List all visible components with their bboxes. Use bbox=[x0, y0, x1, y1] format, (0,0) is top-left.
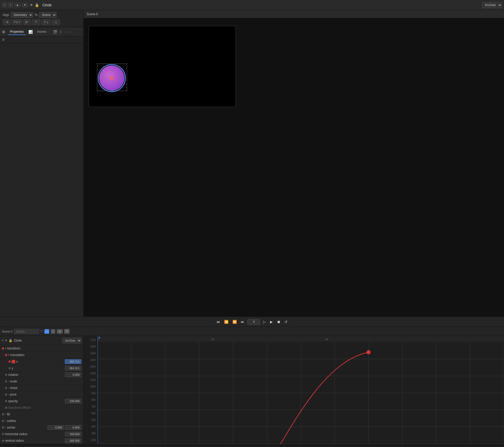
blend-mode-bottom-select[interactable]: SrcOver bbox=[62, 338, 81, 343]
loop-button[interactable]: ↺ bbox=[283, 319, 289, 325]
prop-label-scale: scale bbox=[10, 380, 81, 383]
align-to-select[interactable]: Scene bbox=[39, 12, 57, 18]
y-label-200: 200 bbox=[86, 439, 96, 441]
prop-dot-scale bbox=[5, 380, 7, 382]
prop-label-fill: fill bbox=[7, 413, 81, 416]
align-center-h-button[interactable]: ⊢|⊣ bbox=[12, 19, 22, 25]
goto-start-button[interactable]: ⏮ bbox=[215, 319, 221, 325]
chevron-center[interactable]: › bbox=[5, 426, 6, 429]
search-input[interactable] bbox=[14, 329, 39, 334]
layer-header-row: ▾ 👁 🔒 Circle SrcOver bbox=[0, 336, 83, 345]
nav-fwd-button[interactable]: › bbox=[8, 2, 13, 8]
movie-icon: 🎬 bbox=[53, 30, 57, 34]
play-button[interactable]: ▶ bbox=[269, 319, 274, 325]
tab-properties[interactable]: Properties bbox=[8, 29, 26, 35]
prop-value-center-y[interactable]: 0.000 bbox=[65, 425, 81, 430]
chevron-outline[interactable]: › bbox=[5, 419, 6, 422]
prop-value-center-x[interactable]: 0.000 bbox=[47, 425, 64, 430]
chevron-scale[interactable]: › bbox=[8, 380, 9, 383]
prop-value-vradius[interactable]: 169.505 bbox=[65, 438, 81, 443]
chart-icon: 📊 bbox=[28, 30, 33, 34]
prop-fill: › fill bbox=[0, 411, 83, 418]
prop-label-opacity: opacity bbox=[8, 399, 65, 403]
properties-panel: ▾ 👁 🔒 Circle SrcOver ▾ transform ▾ trans… bbox=[0, 336, 84, 444]
y-axis: 1700 1600 1500 1400 1300 1200 1100 1000 … bbox=[84, 336, 98, 444]
prop-value-hradius[interactable]: 169.505 bbox=[65, 432, 81, 436]
nav-up-button[interactable]: ▲ bbox=[14, 3, 21, 7]
viewport-area: Scene 0 bbox=[84, 10, 504, 316]
align-right-button[interactable]: |⊢ bbox=[23, 19, 31, 25]
prop-dot-fill bbox=[2, 413, 4, 415]
timeline-scrollbar[interactable] bbox=[0, 444, 504, 447]
prop-label-hradius: horizontal radius bbox=[5, 432, 65, 436]
prop-dot-hradius bbox=[2, 433, 4, 435]
prop-dot-teffects bbox=[5, 407, 7, 409]
y-label-400: 400 bbox=[86, 425, 96, 428]
prop-value-rotation[interactable]: 0.000 bbox=[65, 372, 81, 377]
close-timeline-button[interactable]: ✕ bbox=[64, 329, 69, 334]
nav-down-button[interactable]: ▼ bbox=[22, 3, 28, 7]
align-bottom-button[interactable]: ⊥ bbox=[52, 19, 60, 25]
prop-value-y[interactable]: 864.311 bbox=[65, 366, 81, 370]
stop-button[interactable]: ⏹ bbox=[276, 319, 281, 325]
align-left-button[interactable]: ⊣| bbox=[3, 19, 11, 25]
y-label-1000: 1000 bbox=[86, 385, 96, 388]
chevron-transform[interactable]: ▾ bbox=[5, 347, 6, 350]
y-label-1600: 1600 bbox=[86, 345, 96, 348]
main-content: Align Geometry To Scene ⊣| ⊢|⊣ |⊢ ⊤ ⊤⊥ ⊥… bbox=[0, 10, 504, 316]
align-geometry-select[interactable]: Geometry bbox=[11, 12, 33, 18]
prop-dot-outline bbox=[2, 420, 4, 422]
top-bar: ‹ › ▲ ▼ 👁 🔒 Circle SrcOver SrcIn SrcOut … bbox=[0, 0, 504, 10]
prop-dot-rotation bbox=[5, 374, 7, 376]
y-label-900: 900 bbox=[86, 392, 96, 395]
chevron-translation[interactable]: ▾ bbox=[8, 353, 9, 356]
prop-dot-shear bbox=[5, 387, 7, 389]
prop-label-translation: translation bbox=[10, 353, 81, 357]
gear-icon: ⚙ bbox=[2, 30, 5, 34]
x-ruler: ▼ 0 20 40 bbox=[98, 336, 504, 342]
prop-v-radius: vertical radius 169.505 bbox=[0, 437, 83, 444]
prop-center: › center 0.000 0.000 bbox=[0, 424, 83, 431]
next-frame-button[interactable]: ⏩ bbox=[231, 319, 238, 325]
prop-dot-opacity bbox=[5, 400, 7, 402]
scene-row: Scene 0 ▽ ~ = ⏸ ✕ bbox=[0, 327, 504, 336]
prop-h-radius: horizontal radius 169.505 bbox=[0, 431, 83, 437]
prop-label-shear: shear bbox=[10, 386, 81, 390]
y-label-700: 700 bbox=[86, 405, 96, 408]
prop-label-transform: transform bbox=[7, 347, 81, 350]
left-panel: Align Geometry To Scene ⊣| ⊢|⊣ |⊢ ⊤ ⊤⊥ ⊥… bbox=[0, 10, 84, 316]
equals-button[interactable]: = bbox=[51, 329, 55, 334]
prev-frame-button[interactable]: ⏪ bbox=[223, 319, 229, 325]
prop-dot-translation bbox=[5, 354, 7, 356]
playhead-line bbox=[98, 336, 98, 444]
canvas-area bbox=[84, 18, 504, 316]
prop-y: y 864.311 bbox=[0, 365, 83, 371]
goto-end-button[interactable]: ⏭ bbox=[240, 319, 245, 325]
prop-value-x[interactable]: 265.711 bbox=[65, 359, 81, 364]
tab-assets[interactable]: Assets bbox=[35, 29, 48, 35]
chevron-shear[interactable]: › bbox=[8, 386, 9, 389]
blend-mode-select[interactable]: SrcOver SrcIn SrcOut DstOver bbox=[482, 2, 502, 8]
prop-label-teffects: transform effects bbox=[8, 406, 81, 409]
curve-mode-button[interactable]: ~ bbox=[44, 329, 49, 334]
align-center-v-button[interactable]: ⊤⊥ bbox=[41, 19, 51, 25]
prop-label-center: center bbox=[7, 426, 47, 429]
play-once-button[interactable]: ▷ bbox=[262, 319, 267, 325]
prop-value-opacity[interactable]: 100.000 bbox=[65, 399, 81, 403]
align-top-button[interactable]: ⊤ bbox=[32, 19, 40, 25]
pause-timeline-button[interactable]: ⏸ bbox=[57, 329, 63, 334]
prop-opacity: opacity 100.000 bbox=[0, 398, 83, 404]
chevron-fill[interactable]: › bbox=[5, 413, 6, 416]
chevron-pivot[interactable]: › bbox=[8, 393, 9, 396]
filter-icon[interactable]: ▽ bbox=[41, 330, 43, 333]
prop-translation: ▾ translation bbox=[0, 352, 83, 358]
nav-back-button[interactable]: ‹ bbox=[2, 2, 7, 8]
visibility-icon[interactable]: 👁 bbox=[30, 3, 33, 7]
frame-number-input[interactable] bbox=[247, 319, 260, 325]
prop-label-x: x bbox=[16, 360, 65, 363]
prop-dot-y bbox=[9, 367, 11, 369]
bottom-section: ⏮ ⏪ ⏩ ⏭ ▷ ▶ ⏹ ↺ Scene 0 ▽ ~ = ⏸ ✕ ▾ 👁 🔒 … bbox=[0, 316, 504, 447]
lock-icon[interactable]: 🔒 bbox=[35, 3, 39, 7]
prop-scale: › scale bbox=[0, 378, 83, 385]
curve-svg bbox=[98, 342, 504, 444]
